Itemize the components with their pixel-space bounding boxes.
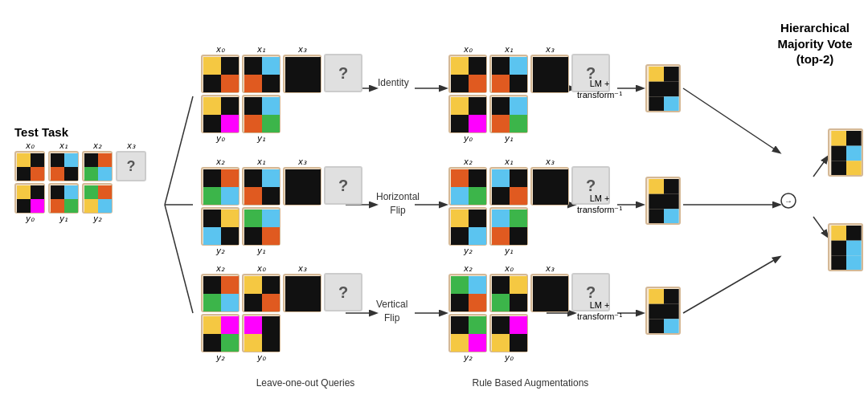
svg-rect-27 <box>64 167 78 181</box>
svg-rect-24 <box>51 153 64 167</box>
svg-rect-78 <box>451 115 469 132</box>
svg-rect-121 <box>551 187 568 205</box>
test-task-title: Test Task <box>14 124 68 140</box>
svg-rect-79 <box>469 115 486 132</box>
lm-label-vertical: LM +transform⁻¹ <box>577 299 622 323</box>
svg-rect-70 <box>492 75 510 92</box>
svg-rect-143 <box>262 294 280 311</box>
svg-rect-129 <box>510 227 527 245</box>
diagram: Test Task x₀ x₁ <box>0 0 868 407</box>
svg-rect-91 <box>221 169 239 187</box>
svg-rect-145 <box>303 276 321 294</box>
svg-rect-123 <box>469 210 486 227</box>
svg-rect-108 <box>244 227 262 245</box>
svg-rect-25 <box>64 153 78 167</box>
svg-rect-49 <box>262 57 280 75</box>
svg-rect-81 <box>510 97 527 115</box>
svg-rect-59 <box>221 115 239 132</box>
svg-rect-72 <box>533 57 551 75</box>
svg-rect-35 <box>31 199 44 213</box>
svg-rect-104 <box>203 227 221 245</box>
svg-rect-37 <box>64 185 78 199</box>
result-vertical <box>645 287 681 335</box>
svg-rect-179 <box>664 304 679 319</box>
svg-rect-100 <box>285 187 303 205</box>
label-y2: y₂ <box>93 214 101 224</box>
svg-rect-71 <box>510 75 527 92</box>
svg-rect-136 <box>203 276 221 294</box>
svg-rect-167 <box>551 294 568 311</box>
svg-rect-144 <box>285 276 303 294</box>
svg-rect-32 <box>17 185 31 199</box>
svg-line-2 <box>165 205 193 313</box>
svg-rect-182 <box>831 131 846 146</box>
svg-rect-109 <box>262 227 280 245</box>
svg-rect-185 <box>846 146 862 161</box>
svg-rect-170 <box>451 334 469 352</box>
svg-rect-181 <box>664 319 679 334</box>
svg-rect-95 <box>262 169 280 187</box>
svg-rect-137 <box>221 276 239 294</box>
svg-line-17 <box>683 257 780 313</box>
svg-rect-55 <box>303 75 321 92</box>
result-identity <box>645 64 681 112</box>
svg-rect-84 <box>649 67 664 82</box>
svg-rect-45 <box>221 57 239 75</box>
svg-rect-66 <box>451 75 469 92</box>
svg-rect-67 <box>469 75 486 92</box>
svg-rect-151 <box>221 334 239 352</box>
svg-rect-64 <box>451 57 469 75</box>
svg-rect-89 <box>664 96 679 112</box>
svg-rect-161 <box>510 276 527 294</box>
svg-rect-159 <box>469 294 486 311</box>
horizontal-flip-label: HorizontalFlip <box>376 190 420 218</box>
svg-rect-113 <box>469 187 486 205</box>
svg-rect-41 <box>98 185 112 199</box>
svg-rect-93 <box>221 187 239 205</box>
svg-rect-39 <box>64 199 78 213</box>
svg-rect-75 <box>551 75 568 92</box>
svg-rect-110 <box>451 169 469 187</box>
svg-rect-176 <box>649 289 664 304</box>
svg-rect-172 <box>492 316 510 334</box>
svg-rect-154 <box>244 334 262 352</box>
svg-rect-111 <box>469 169 486 187</box>
svg-rect-62 <box>244 115 262 132</box>
svg-rect-183 <box>846 131 862 146</box>
final-output-1 <box>828 128 863 177</box>
svg-rect-48 <box>244 57 262 75</box>
svg-rect-43 <box>98 199 112 213</box>
svg-rect-150 <box>203 334 221 352</box>
svg-rect-124 <box>451 227 469 245</box>
svg-rect-88 <box>649 96 664 112</box>
svg-rect-52 <box>285 57 303 75</box>
svg-rect-42 <box>84 199 98 213</box>
svg-rect-157 <box>469 276 486 294</box>
majority-vote-title: Hierarchical Majority Vote (top-2) <box>768 20 862 67</box>
svg-rect-171 <box>469 334 486 352</box>
svg-rect-125 <box>469 227 486 245</box>
svg-rect-162 <box>492 294 510 311</box>
svg-rect-47 <box>221 75 239 92</box>
svg-rect-61 <box>262 97 280 115</box>
svg-rect-135 <box>664 209 679 224</box>
svg-rect-139 <box>221 294 239 311</box>
svg-rect-77 <box>469 97 486 115</box>
svg-rect-152 <box>244 316 262 334</box>
svg-rect-147 <box>303 294 321 311</box>
svg-rect-126 <box>492 210 510 227</box>
svg-rect-58 <box>203 115 221 132</box>
final-output-2 <box>828 223 863 271</box>
svg-rect-94 <box>244 169 262 187</box>
svg-rect-165 <box>551 276 568 294</box>
lm-label-horizontal: LM +transform⁻¹ <box>577 193 622 216</box>
label-x0: x₀ <box>26 140 34 151</box>
svg-rect-34 <box>17 199 31 213</box>
svg-rect-191 <box>846 241 862 256</box>
svg-rect-164 <box>533 276 551 294</box>
svg-rect-53 <box>303 57 321 75</box>
svg-rect-30 <box>84 167 98 181</box>
svg-rect-86 <box>649 82 664 97</box>
svg-rect-133 <box>664 194 679 210</box>
svg-line-18 <box>813 157 828 177</box>
